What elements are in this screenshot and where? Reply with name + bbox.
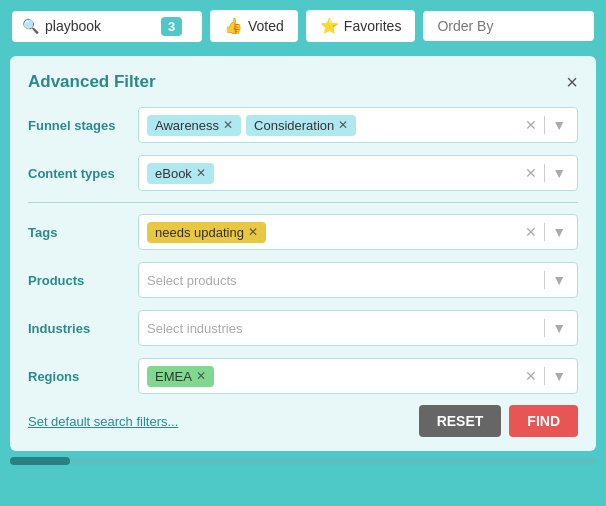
- section-divider: [28, 202, 578, 203]
- regions-field[interactable]: EMEA ✕ ✕ ▼: [138, 358, 578, 394]
- search-icon: 🔍: [22, 18, 39, 34]
- content-types-row: Content types eBook ✕ ✕ ▼: [28, 154, 578, 192]
- divider: [544, 164, 545, 182]
- tags-field[interactable]: needs updating ✕ ✕ ▼: [138, 214, 578, 250]
- tags-row: Tags needs updating ✕ ✕ ▼: [28, 213, 578, 251]
- remove-awareness-button[interactable]: ✕: [223, 119, 233, 131]
- industries-field[interactable]: Select industries ▼: [138, 310, 578, 346]
- divider: [544, 271, 545, 289]
- funnel-stages-tags: Awareness ✕ Consideration ✕: [147, 115, 516, 136]
- funnel-stages-dropdown-button[interactable]: ▼: [549, 115, 569, 135]
- products-dropdown-button[interactable]: ▼: [549, 270, 569, 290]
- funnel-stages-label: Funnel stages: [28, 118, 138, 133]
- clear-regions-button[interactable]: ✕: [522, 366, 540, 386]
- favorites-label: Favorites: [344, 18, 402, 34]
- reset-button[interactable]: RESET: [419, 405, 502, 437]
- tags-label: Tags: [28, 225, 138, 240]
- divider: [544, 367, 545, 385]
- find-button[interactable]: FIND: [509, 405, 578, 437]
- regions-row: Regions EMEA ✕ ✕ ▼: [28, 357, 578, 395]
- search-input[interactable]: [45, 18, 155, 34]
- clear-content-types-button[interactable]: ✕: [522, 163, 540, 183]
- industries-placeholder: Select industries: [147, 321, 242, 336]
- tags-dropdown-button[interactable]: ▼: [549, 222, 569, 242]
- tags-tags: needs updating ✕: [147, 222, 516, 243]
- products-label: Products: [28, 273, 138, 288]
- top-bar: 🔍 3 👍 Voted ⭐ Favorites: [0, 0, 606, 52]
- divider: [544, 223, 545, 241]
- industries-row: Industries Select industries ▼: [28, 309, 578, 347]
- tags-actions: ✕ ▼: [522, 222, 569, 242]
- content-types-label: Content types: [28, 166, 138, 181]
- remove-ebook-button[interactable]: ✕: [196, 167, 206, 179]
- voted-label: Voted: [248, 18, 284, 34]
- tag-consideration: Consideration ✕: [246, 115, 356, 136]
- tag-awareness: Awareness ✕: [147, 115, 241, 136]
- industries-dropdown-button[interactable]: ▼: [549, 318, 569, 338]
- divider: [544, 116, 545, 134]
- remove-emea-button[interactable]: ✕: [196, 370, 206, 382]
- regions-dropdown-button[interactable]: ▼: [549, 366, 569, 386]
- tag-ebook: eBook ✕: [147, 163, 214, 184]
- panel-header: Advanced Filter ×: [28, 72, 578, 92]
- close-button[interactable]: ×: [566, 72, 578, 92]
- industries-label: Industries: [28, 321, 138, 336]
- products-placeholder: Select products: [147, 273, 237, 288]
- panel-title: Advanced Filter: [28, 72, 156, 92]
- content-types-field[interactable]: eBook ✕ ✕ ▼: [138, 155, 578, 191]
- products-tags: Select products: [147, 273, 536, 288]
- regions-label: Regions: [28, 369, 138, 384]
- funnel-stages-actions: ✕ ▼: [522, 115, 569, 135]
- scrollbar-thumb: [10, 457, 70, 465]
- remove-needs-updating-button[interactable]: ✕: [248, 226, 258, 238]
- regions-tags: EMEA ✕: [147, 366, 516, 387]
- industries-actions: ▼: [542, 318, 569, 338]
- footer-buttons: RESET FIND: [419, 405, 578, 437]
- remove-consideration-button[interactable]: ✕: [338, 119, 348, 131]
- tag-needs-updating: needs updating ✕: [147, 222, 266, 243]
- funnel-stages-row: Funnel stages Awareness ✕ Consideration …: [28, 106, 578, 144]
- industries-tags: Select industries: [147, 321, 536, 336]
- regions-actions: ✕ ▼: [522, 366, 569, 386]
- voted-button[interactable]: 👍 Voted: [210, 10, 298, 42]
- products-row: Products Select products ▼: [28, 261, 578, 299]
- clear-funnel-stages-button[interactable]: ✕: [522, 115, 540, 135]
- scrollbar[interactable]: [10, 457, 596, 465]
- thumbs-up-icon: 👍: [224, 17, 243, 35]
- funnel-stages-field[interactable]: Awareness ✕ Consideration ✕ ✕ ▼: [138, 107, 578, 143]
- divider: [544, 319, 545, 337]
- search-badge: 3: [161, 17, 182, 36]
- products-actions: ▼: [542, 270, 569, 290]
- advanced-filter-panel: Advanced Filter × Funnel stages Awarenes…: [10, 56, 596, 451]
- tag-emea: EMEA ✕: [147, 366, 214, 387]
- panel-footer: Set default search filters... RESET FIND: [28, 405, 578, 437]
- content-types-tags: eBook ✕: [147, 163, 516, 184]
- set-default-link[interactable]: Set default search filters...: [28, 414, 178, 429]
- star-icon: ⭐: [320, 17, 339, 35]
- order-by-input[interactable]: [423, 11, 594, 41]
- favorites-button[interactable]: ⭐ Favorites: [306, 10, 416, 42]
- content-types-actions: ✕ ▼: [522, 163, 569, 183]
- clear-tags-button[interactable]: ✕: [522, 222, 540, 242]
- content-types-dropdown-button[interactable]: ▼: [549, 163, 569, 183]
- products-field[interactable]: Select products ▼: [138, 262, 578, 298]
- search-wrapper: 🔍 3: [12, 11, 202, 42]
